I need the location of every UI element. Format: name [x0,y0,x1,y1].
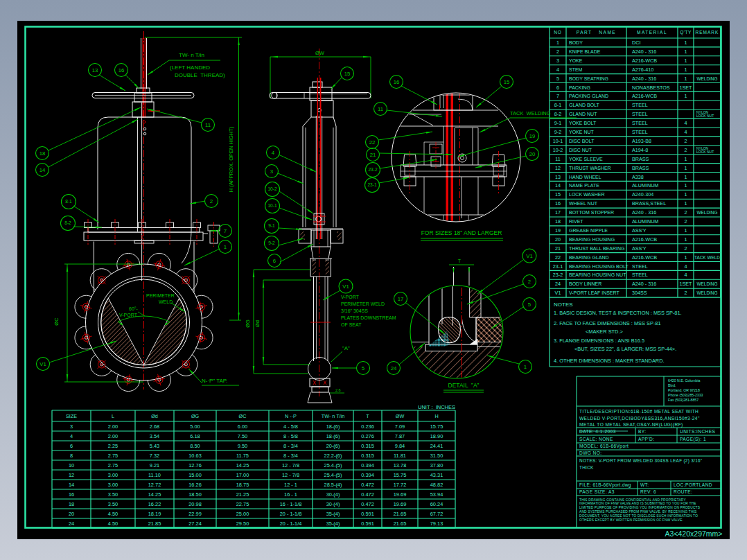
svg-text:15.75: 15.75 [430,423,443,430]
svg-text:2: 2 [685,209,687,216]
svg-text:12: 12 [69,472,74,478]
svg-text:9.84: 9.84 [395,443,405,449]
svg-text:V1: V1 [555,290,561,296]
svg-text:6: 6 [556,85,559,91]
svg-text:ALUMINUM: ALUMINUM [632,218,658,225]
svg-text:THICK: THICK [579,465,594,470]
svg-text:ROUTE:: ROUTE: [674,489,692,494]
svg-text:KNIFE BLADE: KNIFE BLADE [569,49,601,54]
svg-text:WELDING: WELDING [697,290,718,295]
svg-text:5: 5 [528,301,531,308]
svg-text:OTHERS EXCEPT BY WRITTEN PERMI: OTHERS EXCEPT BY WRITTEN PERMISSION OF F… [579,518,683,522]
svg-text:6: 6 [273,258,276,264]
svg-text:16: 16 [118,67,125,73]
svg-text:23-1: 23-1 [367,182,377,187]
svg-text:0.394: 0.394 [361,472,374,478]
svg-text:5.00: 5.00 [190,423,200,430]
svg-text:BRASS: BRASS [632,156,649,162]
svg-text:2: 2 [685,147,687,153]
svg-text:1: 1 [524,364,527,370]
svg-text:1: 1 [685,191,687,198]
svg-text:17.00: 17.00 [236,472,249,478]
svg-text:4.50: 4.50 [108,520,118,527]
svg-text:0.472: 0.472 [361,491,374,498]
svg-text:A216-WCB: A216-WCB [632,93,657,99]
svg-text:35-(4): 35-(4) [326,520,340,527]
svg-text:1: 1 [685,156,687,162]
svg-text:48.82: 48.82 [430,482,443,488]
svg-text:THRUST BALL BEARING: THRUST BALL BEARING [569,246,625,251]
svg-text:5: 5 [362,365,365,371]
svg-text:16 - 1: 16 - 1 [284,491,297,498]
svg-text:H: H [434,413,438,419]
svg-text:NAME PLATE: NAME PLATE [569,183,599,188]
svg-text:STEEL: STEEL [632,102,648,108]
svg-text:V-PORT LEAF INSERT: V-PORT LEAF INSERT [569,290,619,295]
svg-text:2: 2 [210,198,213,204]
svg-text:1SET: 1SET [680,281,693,287]
svg-text:4. OTHER DIMENSIONS : MAKER ST: 4. OTHER DIMENSIONS : MAKER STANDARD. [554,358,665,364]
svg-text:ØG: ØG [245,320,251,328]
svg-text:2.68: 2.68 [150,423,159,430]
svg-text:”A”: ”A” [342,345,350,351]
svg-text:8 - 5/8: 8 - 5/8 [283,433,298,439]
svg-text:V-PORT: V-PORT [119,313,138,317]
svg-text:BRASS: BRASS [632,165,649,171]
svg-text:20 - 1-1/4: 20 - 1-1/4 [280,520,302,527]
svg-text:8-2: 8-2 [554,111,561,117]
svg-text:2: 2 [685,245,687,252]
svg-text:16: 16 [69,491,74,498]
svg-text:15.00: 15.00 [188,472,202,478]
svg-text:21: 21 [370,152,376,158]
svg-text:PACKING: PACKING [569,85,590,90]
svg-text:2.00: 2.00 [108,433,118,439]
svg-text:6.18: 6.18 [190,433,200,439]
svg-text:6.00: 6.00 [238,423,247,430]
svg-text:20: 20 [69,511,74,517]
svg-text:A194-8: A194-8 [632,147,648,153]
svg-text:STEEL: STEEL [632,129,648,135]
svg-text:A216-WCB: A216-WCB [632,254,657,261]
svg-text:17.72: 17.72 [394,482,407,488]
svg-text:A240 - 316: A240 - 316 [632,76,656,82]
svg-text:MODEL: 61B-66Vport: MODEL: 61B-66Vport [579,444,629,449]
svg-text:BY:: BY: [638,429,646,434]
svg-text:LOC:PORTLAND: LOC:PORTLAND [674,482,712,487]
svg-text:YOKE NUT: YOKE NUT [569,130,595,134]
svg-text:NOTES: NOTES [554,301,573,308]
svg-text:BODY: BODY [569,40,583,45]
svg-text:4.50: 4.50 [108,511,118,517]
svg-text:T: T [458,259,462,263]
svg-text:18-(6): 18-(6) [326,433,340,439]
svg-text:A276-410: A276-410 [632,67,653,73]
svg-text:18: 18 [555,218,561,225]
svg-text:FOR SIZES 18” AND LARGER: FOR SIZES 18” AND LARGER [421,229,502,236]
svg-text:14: 14 [555,182,561,189]
svg-text:INFORMATION OF FNW VALVE AND I: INFORMATION OF FNW VALVE AND IS SUBMITTE… [579,502,696,505]
svg-text:STEEL: STEEL [632,120,648,126]
svg-text:GLAND BOLT: GLAND BOLT [569,103,600,107]
svg-text:13: 13 [555,174,561,180]
svg-text:2: 2 [528,279,531,285]
svg-text:15: 15 [344,71,351,77]
svg-text:30-(4): 30-(4) [326,491,340,498]
svg-text:Q'TY: Q'TY [680,30,692,35]
svg-text:TW- n T/in: TW- n T/in [322,413,344,419]
svg-text:3: 3 [70,423,73,430]
svg-text:7: 7 [556,93,559,99]
svg-text:ASS'Y: ASS'Y [632,245,647,252]
svg-text:ALUMINUM: ALUMINUM [632,182,658,189]
svg-text:YOKE SLEEVE: YOKE SLEEVE [569,157,603,161]
svg-text:BODY SEATRING: BODY SEATRING [569,76,608,81]
svg-text:0.472: 0.472 [361,501,374,507]
svg-text:16.22: 16.22 [148,501,161,507]
svg-text:NONASBESTOS: NONASBESTOS [632,85,670,91]
svg-text:0.236: 0.236 [361,423,374,430]
svg-text:ØC: ØC [239,413,247,419]
svg-text:24: 24 [391,365,397,371]
svg-text:24.41: 24.41 [430,443,443,449]
svg-text:1: 1 [685,236,687,243]
svg-text:14: 14 [69,482,74,488]
svg-text:22: 22 [555,254,561,261]
svg-text:10-1: 10-1 [553,138,563,144]
